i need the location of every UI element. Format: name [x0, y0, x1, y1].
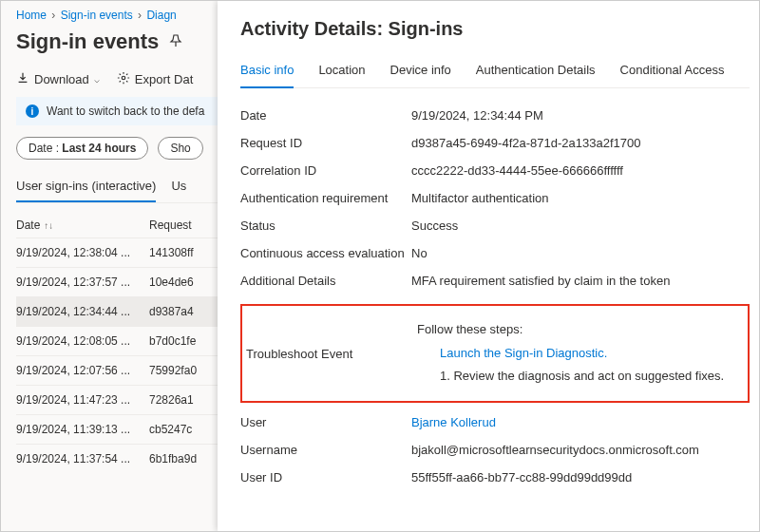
label-username: Username: [240, 443, 411, 457]
tab-conditional-access[interactable]: Conditional Access: [620, 57, 725, 87]
table-row[interactable]: 9/19/2024, 12:37:57 ...10e4de6: [16, 267, 218, 296]
cell-date: 9/19/2024, 12:08:05 ...: [16, 334, 149, 348]
tab-user-signins-interactive[interactable]: User sign-ins (interactive): [16, 173, 156, 202]
tab-other[interactable]: Us: [171, 173, 186, 202]
row-auth-requirement: Authentication requirementMultifactor au…: [240, 184, 750, 212]
troubleshoot-highlight: Troubleshoot Event Follow these steps: L…: [240, 304, 750, 403]
value-username: bjakoll@microsoftlearnsecuritydocs.onmic…: [411, 443, 750, 457]
label-user: User: [240, 415, 411, 429]
col-header-date[interactable]: Date ↑↓: [16, 218, 149, 232]
label-auth-requirement: Authentication requirement: [240, 191, 411, 205]
page-title-row: Sign-in events: [16, 29, 218, 54]
sort-icon: ↑↓: [44, 220, 53, 231]
row-additional-details: Additional DetailsMFA requirement satisf…: [240, 267, 750, 294]
filter-show-pill[interactable]: Sho: [158, 137, 202, 160]
value-troubleshoot: Follow these steps: Launch the Sign-in D…: [417, 318, 744, 389]
chevron-right-icon: ›: [138, 9, 142, 22]
chevron-right-icon: ›: [51, 9, 55, 22]
info-bar: i Want to switch back to the defa: [16, 97, 218, 125]
cell-request: 6b1fba9d: [149, 452, 218, 466]
table-row[interactable]: 9/19/2024, 12:34:44 ...d9387a4: [16, 296, 218, 326]
cell-date: 9/19/2024, 12:37:57 ...: [16, 276, 149, 289]
label-request-id: Request ID: [240, 136, 411, 150]
details-panel: Activity Details: Sign-ins Basic info Lo…: [218, 1, 759, 531]
left-tabs: User sign-ins (interactive) Us: [16, 173, 218, 203]
filter-show-label: Sho: [170, 142, 190, 155]
breadcrumb: Home › Sign-in events › Diagn: [16, 9, 218, 22]
table-row[interactable]: 9/19/2024, 12:08:05 ...b7d0c1fe: [16, 326, 218, 355]
left-panel: Home › Sign-in events › Diagn Sign-in ev…: [1, 1, 218, 531]
cell-request: cb5247c: [149, 423, 218, 436]
row-correlation-id: Correlation IDcccc2222-dd33-4444-55ee-66…: [240, 157, 750, 184]
cell-request: b7d0c1fe: [149, 334, 218, 348]
signins-table: Date ↑↓ Request 9/19/2024, 12:38:04 ...1…: [16, 213, 218, 473]
col-header-date-label: Date: [16, 218, 40, 232]
cell-date: 9/19/2024, 12:38:04 ...: [16, 246, 149, 259]
label-cae: Continuous access evaluation: [240, 246, 411, 260]
value-auth-requirement: Multifactor authentication: [411, 191, 750, 205]
tab-basic-info[interactable]: Basic info: [240, 57, 294, 88]
troubleshoot-step-1: 1. Review the diagnosis and act on sugge…: [417, 365, 744, 389]
cell-date: 9/19/2024, 11:37:54 ...: [16, 452, 149, 466]
col-header-request[interactable]: Request: [149, 218, 218, 232]
row-troubleshoot: Troubleshoot Event Follow these steps: L…: [246, 312, 744, 395]
table-header: Date ↑↓ Request: [16, 213, 218, 238]
troubleshoot-intro: Follow these steps:: [417, 318, 744, 342]
cell-request: 72826a1: [149, 393, 218, 407]
cell-request: d9387a4: [149, 305, 218, 318]
toolbar: Download ⌵ Export Dat: [16, 71, 218, 87]
cell-date: 9/19/2024, 12:34:44 ...: [16, 305, 149, 318]
export-button[interactable]: Export Dat: [117, 71, 193, 87]
chevron-down-icon: ⌵: [94, 74, 100, 85]
label-date: Date: [240, 108, 411, 123]
value-status: Success: [411, 218, 750, 233]
launch-diagnostic-link[interactable]: Launch the Sign-in Diagnostic.: [440, 346, 607, 360]
table-row[interactable]: 9/19/2024, 11:47:23 ...72826a1: [16, 385, 218, 414]
detail-title: Activity Details: Sign-ins: [240, 18, 750, 40]
cell-request: 141308ff: [149, 246, 218, 259]
label-troubleshoot: Troubleshoot Event: [246, 347, 417, 361]
download-icon: [16, 71, 29, 87]
cell-date: 9/19/2024, 11:39:13 ...: [16, 423, 149, 436]
tab-auth-details[interactable]: Authentication Details: [476, 57, 596, 87]
label-status: Status: [240, 218, 411, 233]
value-date: 9/19/2024, 12:34:44 PM: [411, 108, 750, 123]
cell-date: 9/19/2024, 12:07:56 ...: [16, 364, 149, 377]
pin-icon[interactable]: [168, 33, 183, 51]
row-username: Usernamebjakoll@microsoftlearnsecuritydo…: [240, 436, 750, 464]
tab-location[interactable]: Location: [318, 57, 365, 87]
value-user-id: 55ff55ff-aa66-bb77-cc88-99dd99dd99dd: [411, 470, 750, 484]
settings-icon: [117, 71, 130, 87]
cell-request: 75992fa0: [149, 364, 218, 377]
label-user-id: User ID: [240, 470, 411, 484]
filter-date-pill[interactable]: Date : Last 24 hours: [16, 137, 148, 160]
table-row[interactable]: 9/19/2024, 12:07:56 ...75992fa0: [16, 355, 218, 385]
cell-date: 9/19/2024, 11:47:23 ...: [16, 393, 149, 407]
label-additional-details: Additional Details: [240, 274, 411, 288]
value-additional-details: MFA requirement satisfied by claim in th…: [411, 274, 750, 288]
filter-row: Date : Last 24 hours Sho: [16, 137, 218, 160]
tab-device-info[interactable]: Device info: [390, 57, 451, 87]
row-user-id: User ID55ff55ff-aa66-bb77-cc88-99dd99dd9…: [240, 464, 750, 491]
breadcrumb-diag[interactable]: Diagn: [146, 9, 176, 22]
table-row[interactable]: 9/19/2024, 11:37:54 ...6b1fba9d: [16, 444, 218, 473]
export-label: Export Dat: [135, 72, 193, 86]
svg-point-0: [122, 76, 125, 80]
download-button[interactable]: Download ⌵: [16, 71, 100, 87]
value-request-id: d9387a45-6949-4f2a-871d-2a133a2f1700: [411, 136, 750, 150]
filter-date-label: Date :: [28, 142, 59, 155]
cell-request: 10e4de6: [149, 276, 218, 289]
download-label: Download: [34, 72, 89, 86]
breadcrumb-signin[interactable]: Sign-in events: [61, 9, 133, 22]
user-link[interactable]: Bjarne Kollerud: [411, 415, 496, 429]
table-row[interactable]: 9/19/2024, 12:38:04 ...141308ff: [16, 238, 218, 267]
table-row[interactable]: 9/19/2024, 11:39:13 ...cb5247c: [16, 414, 218, 444]
page-title: Sign-in events: [16, 29, 159, 54]
breadcrumb-home[interactable]: Home: [16, 9, 47, 22]
row-request-id: Request IDd9387a45-6949-4f2a-871d-2a133a…: [240, 129, 750, 157]
row-date: Date9/19/2024, 12:34:44 PM: [240, 102, 750, 129]
label-correlation-id: Correlation ID: [240, 163, 411, 178]
row-cae: Continuous access evaluationNo: [240, 239, 750, 267]
info-icon: i: [26, 104, 39, 118]
value-cae: No: [411, 246, 750, 260]
